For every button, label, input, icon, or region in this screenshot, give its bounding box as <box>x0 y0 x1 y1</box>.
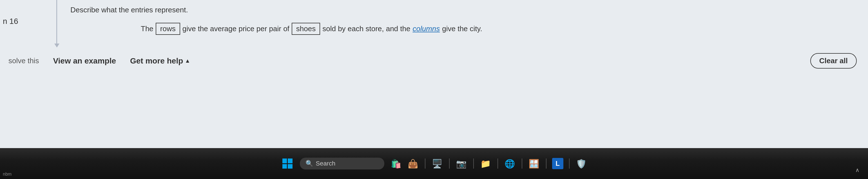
sentence-part4: give the city. <box>442 25 482 33</box>
win-quad-tr <box>288 158 292 163</box>
taskbar-nbm-label: nbm <box>3 172 11 177</box>
clear-all-button[interactable]: Clear all <box>810 53 857 69</box>
sentence-part2: give the average price per pair of <box>182 25 289 33</box>
taskbar-app-edge[interactable]: 🌐 <box>504 157 516 170</box>
solve-this-text: solve this <box>8 57 39 65</box>
rows-box: rows <box>156 23 180 35</box>
main-content: n 16 Describe what the entries represent… <box>0 0 868 148</box>
sentence-row: The rows give the average price per pair… <box>70 23 868 35</box>
sentence-part3: sold by each store, and the <box>322 25 410 33</box>
taskbar-app-monitor[interactable]: 🖥️ <box>431 157 443 170</box>
taskbar-divider5 <box>522 158 522 169</box>
taskbar-divider4 <box>497 158 498 169</box>
describe-text: Describe what the entries represent. <box>70 6 868 14</box>
arrow-down-indicator <box>54 43 59 47</box>
get-more-help-button[interactable]: Get more help ▲ <box>130 57 190 66</box>
view-example-button[interactable]: View an example <box>53 57 116 66</box>
taskbar-app-l[interactable]: L <box>552 158 563 169</box>
windows-icon <box>282 158 292 169</box>
taskbar-divider1 <box>425 158 426 169</box>
taskbar-icons-group: 🛍️ 👜 🖥️ 📷 📁 🌐 🪟 L 🛡️ <box>390 157 588 170</box>
taskbar-divider3 <box>473 158 474 169</box>
caret-up-icon: ▲ <box>185 58 190 64</box>
action-bar: solve this View an example Get more help… <box>0 46 868 76</box>
taskbar-divider2 <box>449 158 450 169</box>
taskbar-search-icon: 🔍 <box>306 160 313 167</box>
taskbar-search-text: Search <box>316 160 336 167</box>
taskbar-search-bar[interactable]: 🔍 Search <box>300 158 384 170</box>
page-number: n 16 <box>3 17 18 26</box>
taskbar-app-windows-store[interactable]: 🪟 <box>528 157 540 170</box>
windows-start-button[interactable] <box>281 157 294 170</box>
taskbar-chevron-up[interactable]: ∧ <box>855 167 860 173</box>
shoes-box: shoes <box>292 23 320 35</box>
taskbar-app-bag[interactable]: 👜 <box>407 157 419 170</box>
win-quad-br <box>288 164 292 169</box>
sentence-part1: The <box>141 25 153 33</box>
win-quad-bl <box>282 164 287 169</box>
left-border-line <box>56 0 57 45</box>
describe-section: Describe what the entries represent. The… <box>0 6 868 35</box>
taskbar-app-camera[interactable]: 📷 <box>455 157 468 170</box>
taskbar: nbm 🔍 Search 🛍️ 👜 🖥️ 📷 📁 🌐 🪟 L 🛡️ ∧ <box>0 148 868 179</box>
taskbar-divider7 <box>569 158 569 169</box>
taskbar-app-folder[interactable]: 📁 <box>479 157 492 170</box>
columns-underlined: columns <box>412 25 440 33</box>
win-quad-tl <box>282 158 287 163</box>
taskbar-app-shopping[interactable]: 🛍️ <box>390 157 402 170</box>
taskbar-app-security[interactable]: 🛡️ <box>575 157 588 170</box>
get-more-help-label: Get more help <box>130 57 183 66</box>
taskbar-divider6 <box>546 158 547 169</box>
